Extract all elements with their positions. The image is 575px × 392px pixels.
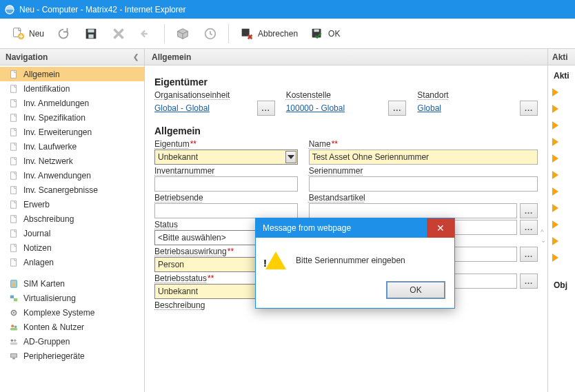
neu-button[interactable]: Neu [6, 23, 48, 45]
nav-label: Inv. Spezifikation [23, 113, 85, 123]
refresh-icon [55, 25, 72, 42]
neu-label: Neu [29, 29, 44, 39]
betriebsende-input[interactable] [154, 203, 298, 218]
cost-center-browse-button[interactable]: ... [388, 101, 406, 116]
nav-item-sim-karten[interactable]: SIM Karten [0, 276, 144, 291]
svg-rect-14 [11, 114, 17, 121]
dialog-title: Message from webpage [263, 223, 351, 233]
eigentum-value: Unbekannt [158, 152, 198, 162]
org-unit-label: Organisationseinheit [154, 90, 275, 100]
location-link[interactable]: Global [417, 102, 517, 114]
nav-item-inv-spezifikation[interactable]: Inv. Spezifikation [0, 110, 144, 125]
aktion-item[interactable] [551, 235, 572, 247]
main-title: Allgemein [152, 52, 191, 62]
save-button[interactable] [79, 23, 103, 45]
package-icon [174, 25, 191, 42]
dialog-close-button[interactable]: ✕ [427, 218, 454, 238]
betriebsauswirkung-browse-button[interactable]: ... [520, 247, 538, 262]
navigation-panel: Navigation ❮ Allgemein Identifikation In… [0, 49, 145, 392]
main-header: Allgemein [145, 49, 547, 65]
nav-item-inv-erweiterungen[interactable]: Inv. Erweiterungen [0, 125, 144, 139]
doc-icon [8, 112, 19, 123]
svg-rect-22 [11, 229, 17, 237]
svg-rect-18 [11, 172, 17, 179]
aktion-item[interactable] [551, 185, 572, 198]
seriennummer-input[interactable] [309, 176, 538, 192]
cancel-icon [239, 25, 255, 42]
nav-item-erwerb[interactable]: Erwerb [0, 197, 144, 212]
aktion-item[interactable] [551, 136, 572, 148]
svg-rect-28 [14, 298, 17, 301]
window-title: Neu - Computer - Matrix42 - Internet Exp… [19, 5, 185, 14]
svg-point-30 [13, 311, 15, 313]
org-unit-browse-button[interactable]: ... [257, 101, 275, 116]
aktion-item[interactable] [551, 119, 572, 132]
nav-item-inv-scanergebnisse[interactable]: Inv. Scanergebnisse [0, 183, 144, 197]
doc-icon [8, 257, 19, 268]
svg-rect-5 [88, 29, 94, 32]
doc-icon [8, 156, 19, 167]
aktion-item[interactable] [551, 152, 572, 165]
nav-item-komplexe-systeme[interactable]: Komplexe Systeme [0, 305, 144, 320]
nav-item-peripheriegeraete[interactable]: Peripheriegeräte [0, 349, 144, 363]
nav-item-inv-laufwerke[interactable]: Inv. Laufwerke [0, 139, 144, 154]
undo-icon [138, 25, 154, 42]
warning-icon: ! [265, 251, 286, 269]
nav-item-inv-netzwerk[interactable]: Inv. Netzwerk [0, 154, 144, 168]
svg-rect-19 [11, 186, 17, 194]
aktion-item[interactable] [551, 169, 572, 181]
package-button[interactable] [170, 23, 195, 45]
org-unit-link[interactable]: Global - Global [154, 102, 254, 114]
aktion-item[interactable] [551, 218, 572, 231]
navigation-collapse-icon[interactable]: ❮ [133, 53, 139, 61]
betriebsstatus-browse-button[interactable]: ... [520, 274, 538, 289]
svg-rect-33 [10, 327, 18, 330]
nav-item-allgemein[interactable]: Allgemein [0, 67, 144, 81]
nav-label: SIM Karten [23, 279, 65, 289]
nav-item-identifikation[interactable]: Identifikation [0, 81, 144, 96]
aktion-item[interactable] [551, 103, 572, 115]
play-icon [552, 204, 558, 212]
nav-item-abschreibung[interactable]: Abschreibung [0, 212, 144, 226]
cost-center-link[interactable]: 100000 - Global [286, 102, 386, 114]
aktion-item[interactable] [551, 251, 572, 264]
seriennummer-label: Seriennummer [309, 166, 538, 176]
owner-section-title: Eigentümer [154, 76, 538, 87]
nav-item-inv-anmeldungen[interactable]: Inv. Anmeldungen [0, 96, 144, 110]
doc-icon [8, 185, 19, 196]
nav-item-anlagen[interactable]: Anlagen [0, 255, 144, 269]
dialog-ok-button[interactable]: OK [387, 282, 445, 298]
nav-item-virtualisierung[interactable]: Virtualisierung [0, 291, 144, 305]
inventarnummer-input[interactable] [154, 176, 298, 192]
scroll-indicator[interactable]: ^⌄ [541, 229, 546, 244]
eigentum-select[interactable]: Unbekannt [154, 149, 298, 165]
refresh-button[interactable] [51, 23, 76, 45]
nav-label: Abschreibung [23, 214, 74, 224]
abbrechen-button[interactable]: Abbrechen [234, 23, 302, 45]
nav-item-ad-gruppen[interactable]: AD-Gruppen [0, 334, 144, 349]
ok-button[interactable]: OK [305, 23, 344, 45]
nav-item-konten-nutzer[interactable]: Konten & Nutzer [0, 320, 144, 334]
delete-button[interactable] [106, 23, 131, 45]
message-dialog: Message from webpage ✕ ! Bitte Seriennum… [255, 218, 455, 309]
name-input[interactable]: Test Asset Ohne Seriennummer [309, 149, 538, 165]
users-icon [8, 322, 19, 333]
aktion-item[interactable] [551, 86, 572, 99]
aktion-item[interactable] [551, 202, 572, 214]
doc-icon [8, 214, 19, 225]
nav-item-inv-anwendungen[interactable]: Inv. Anwendungen [0, 168, 144, 183]
nav-item-notizen[interactable]: Notizen [0, 240, 144, 255]
play-icon [552, 88, 558, 96]
group-icon [8, 336, 19, 347]
bestandsartikel-input[interactable] [309, 203, 517, 218]
status-extra-browse-button[interactable]: ... [520, 220, 538, 235]
svg-rect-21 [11, 215, 17, 223]
bestandsartikel-browse-button[interactable]: ... [520, 203, 538, 218]
aktionen-title: Akti [552, 52, 568, 62]
undo-button[interactable] [134, 23, 159, 45]
history-button[interactable] [198, 23, 223, 45]
nav-item-journal[interactable]: Journal [0, 226, 144, 240]
play-icon [552, 105, 558, 113]
svg-rect-36 [10, 342, 18, 344]
location-browse-button[interactable]: ... [520, 101, 538, 116]
